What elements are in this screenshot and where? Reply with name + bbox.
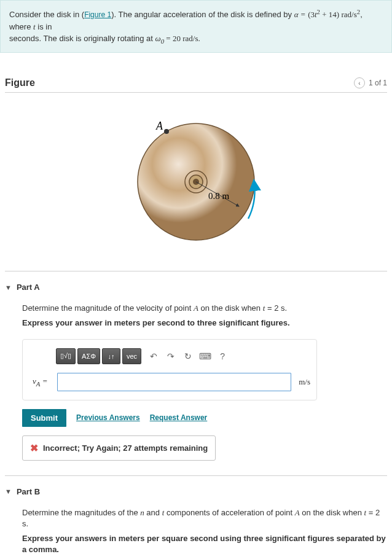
figure-pager: ‹ 1 of 1 [354, 77, 387, 88]
answer-group-a: ▯√▯ ΑΣΦ ↓↑ vec ↶ ↷ ↻ ⌨ ? vA = m/s [22, 339, 317, 400]
part-a: ▼ Part A Determine the magnitude of the … [5, 271, 387, 475]
figure-body: A 0.8 m [5, 111, 387, 259]
part-b-prompt: Determine the magnitudes of the n and t … [22, 507, 387, 529]
sort-button[interactable]: ↓↑ [102, 348, 120, 364]
text: is in [36, 22, 52, 31]
submit-button-a[interactable]: Submit [22, 409, 66, 427]
part-b-header[interactable]: ▼ Part B [5, 487, 387, 496]
caret-down-icon: ▼ [5, 488, 12, 495]
greek-button[interactable]: ΑΣΦ [77, 348, 100, 364]
disk-figure: A 0.8 m [122, 111, 270, 259]
request-answer-link[interactable]: Request Answer [150, 413, 208, 422]
feedback-box: ✖ Incorrect; Try Again; 27 attempts rema… [22, 435, 216, 461]
pager-prev-button[interactable]: ‹ [354, 77, 365, 88]
part-b: ▼ Part B Determine the magnitudes of the… [5, 475, 387, 554]
submit-row-a: Submit Previous Answers Request Answer [22, 409, 387, 427]
figure-title: Figure [5, 77, 35, 88]
answer-toolbar-a: ▯√▯ ΑΣΦ ↓↑ vec ↶ ↷ ↻ ⌨ ? [56, 348, 310, 364]
pager-text: 1 of 1 [369, 79, 387, 87]
part-a-content: Determine the magnitude of the velocity … [5, 303, 387, 460]
part-b-title: Part B [17, 487, 40, 496]
part-a-title: Part A [17, 283, 40, 292]
text: Consider the disk in ( [9, 10, 84, 19]
text: ). The angular acceleration of the disk … [111, 10, 294, 19]
figure-section: Figure ‹ 1 of 1 [0, 77, 392, 271]
caret-down-icon: ▼ [5, 284, 12, 291]
input-row-a: vA = m/s [29, 373, 310, 391]
omega-val: = 20 rad/s. [164, 34, 200, 43]
svg-point-4 [164, 129, 169, 134]
feedback-text: Incorrect; Try Again; 27 attempts remain… [43, 443, 208, 453]
unit-a: m/s [296, 377, 310, 387]
help-icon[interactable]: ? [216, 349, 229, 363]
vec-button[interactable]: vec [122, 348, 141, 364]
redo-icon[interactable]: ↷ [164, 349, 178, 363]
previous-answers-link[interactable]: Previous Answers [76, 413, 140, 422]
template-button[interactable]: ▯√▯ [56, 348, 76, 364]
radius-label: 0.8 m [208, 191, 230, 201]
reset-icon[interactable]: ↻ [181, 349, 195, 363]
undo-icon[interactable]: ↶ [147, 349, 160, 363]
part-a-prompt: Determine the magnitude of the velocity … [22, 303, 387, 314]
problem-statement: Consider the disk in (Figure 1). The ang… [0, 0, 392, 53]
chevron-left-icon: ‹ [358, 80, 360, 87]
part-a-instructions: Express your answer in meters per second… [22, 318, 387, 329]
var-label-a: vA = [29, 376, 52, 388]
text: seconds. The disk is originally rotating… [9, 34, 155, 43]
figure-link[interactable]: Figure 1 [84, 10, 111, 19]
figure-header: Figure ‹ 1 of 1 [5, 77, 387, 93]
part-b-instructions: Express your answers in meters per squar… [22, 533, 387, 554]
keyboard-icon[interactable]: ⌨ [198, 349, 212, 363]
part-a-header[interactable]: ▼ Part A [5, 283, 387, 292]
alpha-rhs: (3t2 + 14) rad/s2 [308, 10, 360, 19]
point-a-label: A [155, 120, 163, 132]
part-b-content: Determine the magnitudes of the n and t … [5, 507, 387, 554]
incorrect-icon: ✖ [30, 442, 38, 454]
answer-input-a[interactable] [57, 373, 291, 391]
alpha-lhs: α = [294, 10, 306, 19]
omega: ω0 [155, 34, 165, 43]
